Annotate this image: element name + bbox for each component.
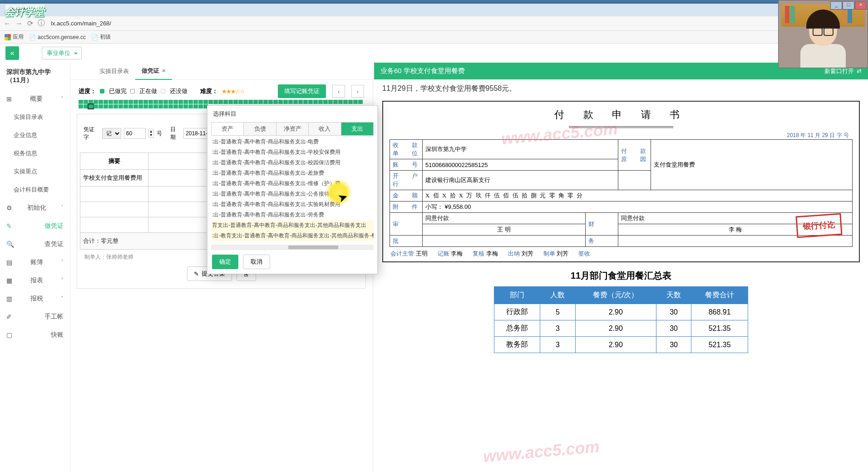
account-item[interactable]: :出-普通教育-高中教育-商品和服务支出-公务接待费	[211, 189, 374, 199]
unit-type-label: 事业单位	[47, 49, 70, 57]
summary-table: 部门人数餐费（元/次）天数餐费合计 行政部52.9030868.91总务部32.…	[494, 286, 748, 353]
task-pane: 业务60 学校支付食堂用餐费 新窗口打开 ⇄ 11月29日，学校支付食堂用餐费9…	[374, 63, 868, 472]
popup-tab-expense[interactable]: 支出	[341, 123, 373, 135]
status-dot-todo	[161, 89, 165, 93]
prev-button[interactable]: ‹	[332, 85, 345, 98]
write-voucher-button[interactable]: 填写记账凭证	[278, 84, 326, 98]
summary-header: 餐费（元/次）	[575, 287, 656, 304]
popup-tabs: 资产 负债 净资产 收入 支出	[211, 122, 374, 136]
status-row: 进度： 已做完 正在做 还没做 难度： ★★★☆☆ 填写记账凭证 ‹ ›	[70, 80, 372, 100]
doc-title: 付 款 申 请 书	[390, 108, 853, 122]
account-item[interactable]: :出-教育支出-普通教育-高中教育-商品和服务支出-其他商品和服务-餐费用	[211, 231, 374, 241]
account-item[interactable]: :出-普通教育-高中教育-商品和服务支出-维修（护）费	[211, 178, 374, 189]
popup-tab-netasset[interactable]: 净资产	[276, 123, 309, 135]
sidebar-item-catalog[interactable]: 实操目录表	[0, 108, 70, 126]
apps-label: 应用	[13, 33, 24, 41]
sidebar-item-query-voucher[interactable]: 🔍 查凭证	[0, 235, 70, 253]
sidebar-item-make-voucher[interactable]: ✎ 做凭证	[0, 217, 70, 235]
sidebar-item-company[interactable]: 企业信息	[0, 126, 70, 144]
sidebar-item-accounts[interactable]: 会计科目概要	[0, 181, 70, 199]
doc-label: 审	[390, 213, 423, 236]
voucher-cell[interactable]	[80, 217, 148, 233]
amount-chinese: X 佰 X 拾 X 万 玖 仟 伍 佰 伍 拾 捌 元 零 角 零 分	[423, 190, 853, 202]
voucher-cell[interactable]	[80, 187, 148, 202]
difficulty-label: 难度：	[200, 87, 218, 95]
account-item[interactable]: :出-普通教育-高中教育-商品和服务支出-校园保洁费用	[211, 157, 374, 168]
account-item[interactable]: :出-普通教育-高中教育-商品和服务支出-学校安保费用	[211, 147, 374, 157]
difficulty-stars: ★★★☆☆	[222, 88, 244, 95]
bank-paid-stamp: 银行付讫	[795, 213, 842, 238]
voucher-no-stepper[interactable]: ▲▼	[148, 129, 154, 138]
sidebar-group-ledger[interactable]: ▤ 账簿˅	[0, 253, 70, 271]
account-item[interactable]: :出-普通教育-高中教育-商品和服务支出-实验耗材费用	[211, 199, 374, 210]
account-item[interactable]: 育支出-普通教育-高中教育-商品和服务支出-其他商品和服务支出	[211, 220, 374, 231]
sidebar-group-init[interactable]: ⚙ 初始化˅	[0, 199, 70, 217]
summary-header: 人数	[540, 287, 576, 304]
sidebar-label: 初始化	[27, 204, 46, 212]
summary-cell: 5	[540, 304, 576, 320]
sidebar-label: 报税	[30, 295, 43, 303]
bookmark-item[interactable]: 📄 初级	[91, 33, 111, 41]
close-icon[interactable]: ×	[162, 67, 166, 74]
url-input[interactable]: lx.acc5.com/main_268/	[49, 19, 864, 28]
account-list[interactable]: :出-普通教育-高中教育-商品和服务支出-电费:出-普通教育-高中教育-商品和服…	[211, 137, 374, 244]
doc-title-underline	[569, 126, 673, 128]
popup-tab-liability[interactable]: 负债	[244, 123, 276, 135]
maximize-icon[interactable]: □	[843, 1, 854, 10]
summary-header: 餐费合计	[691, 287, 748, 304]
unit-type-select[interactable]: 事业单位	[42, 47, 82, 59]
close-icon[interactable]: ×	[855, 1, 867, 10]
sidebar-group-overview[interactable]: ⊞ 概要˄	[0, 90, 70, 108]
next-button[interactable]: ›	[351, 85, 364, 98]
sidebar-item-quick[interactable]: ▢ 快账	[0, 326, 70, 344]
back-icon[interactable]: ←	[4, 20, 11, 28]
window-buttons: _ □ ×	[830, 1, 867, 10]
doc-value: 建设银行南山区高新支行	[423, 171, 618, 190]
sidebar-group-taxfile[interactable]: ▥ 报税˅	[0, 290, 70, 308]
forward-icon[interactable]: →	[15, 20, 23, 28]
bookmark-item[interactable]: 📄 acc5com.gensee.cc	[29, 34, 86, 40]
doc-label: 账 号	[390, 159, 423, 171]
voucher-cell[interactable]	[80, 202, 148, 217]
voucher-zi-select[interactable]: 记	[102, 128, 121, 139]
account-item[interactable]: :出-普通教育-高中教育-商品和服务支出-电费	[211, 137, 374, 147]
reload-icon[interactable]: ⟳	[27, 19, 33, 28]
chevron-down-icon: ˅	[61, 205, 64, 211]
status-dot-doing	[130, 89, 135, 93]
voucher-no-input[interactable]	[124, 128, 146, 139]
summary-cell: 868.91	[691, 304, 748, 320]
doc-value: 深圳市第九中学	[423, 140, 618, 159]
amount-arabic: 小写： ¥9,558.00	[423, 202, 853, 213]
sidebar-item-tax[interactable]: 税务信息	[0, 144, 70, 162]
status-doing-label: 正在做	[139, 87, 157, 95]
collapse-sidebar-button[interactable]: «	[5, 46, 19, 60]
doc-label: 务	[585, 236, 618, 247]
info-icon[interactable]: ⓘ	[38, 19, 45, 28]
account-item[interactable]: :出-普通教育-高中教育-商品和服务支出-劳务费	[211, 210, 374, 220]
account-item[interactable]: :出-普通教育-高中教育-商品和服务支出-差旅费	[211, 168, 374, 178]
summary-header: 部门	[494, 287, 540, 304]
col-summary: 摘要	[80, 153, 148, 170]
chevron-down-icon: ˅	[61, 295, 64, 302]
minimize-icon[interactable]: _	[830, 1, 842, 10]
scroll-thumb[interactable]	[288, 246, 338, 249]
tab-label: 做凭证	[142, 67, 159, 75]
apps-button[interactable]: 应用	[5, 33, 24, 41]
popup-tab-asset[interactable]: 资产	[212, 123, 244, 135]
bookmark-label: acc5com.gensee.cc	[38, 34, 86, 40]
tab-catalog[interactable]: 实操目录表	[93, 63, 135, 80]
sidebar-item-keypoints[interactable]: 实操重点	[0, 162, 70, 181]
open-new-window-button[interactable]: 新窗口打开 ⇄	[824, 67, 862, 75]
sidebar-item-manual[interactable]: ✐ 手工帐	[0, 308, 70, 326]
doc-value: 支付食堂用餐费	[651, 140, 852, 190]
sidebar-group-report[interactable]: ▦ 报表˅	[0, 271, 70, 290]
horizontal-scrollbar[interactable]	[211, 245, 374, 250]
presenter-head	[809, 13, 837, 46]
summary-cell: 30	[656, 337, 691, 353]
voucher-summary-cell[interactable]: 学校支付食堂用餐费用	[80, 170, 148, 187]
confirm-button[interactable]: 确定	[212, 255, 238, 269]
popup-tab-income[interactable]: 收入	[309, 123, 341, 135]
tab-make-voucher[interactable]: 做凭证×	[135, 63, 172, 80]
sidebar-label: 账簿	[30, 258, 43, 266]
cancel-button[interactable]: 取消	[243, 255, 270, 269]
